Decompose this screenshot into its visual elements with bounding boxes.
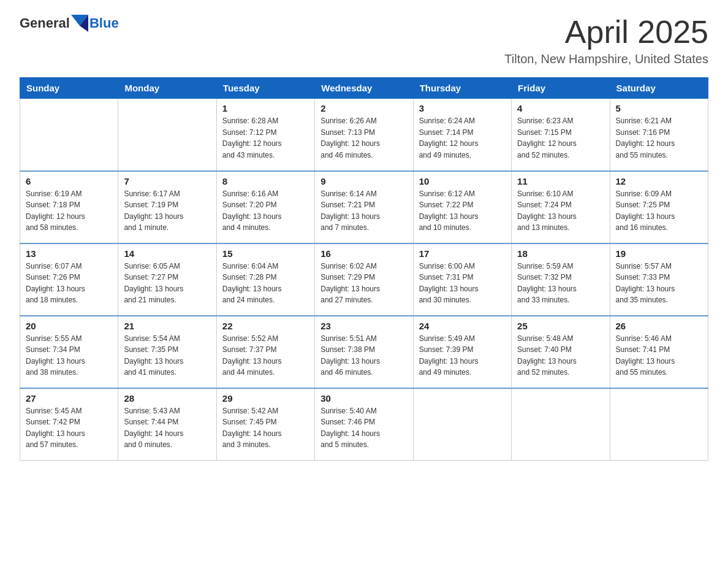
day-info: Sunrise: 6:19 AM Sunset: 7:18 PM Dayligh… [26,190,85,232]
calendar-table: SundayMondayTuesdayWednesdayThursdayFrid… [20,77,708,461]
day-info: Sunrise: 6:26 AM Sunset: 7:13 PM Dayligh… [320,117,380,159]
calendar-day-cell: 18Sunrise: 5:59 AM Sunset: 7:32 PM Dayli… [512,243,610,316]
calendar-day-cell: 2Sunrise: 6:26 AM Sunset: 7:13 PM Daylig… [315,99,413,171]
day-info: Sunrise: 5:55 AM Sunset: 7:34 PM Dayligh… [26,334,85,377]
day-number: 15 [222,248,309,259]
day-number: 4 [517,103,604,113]
day-info: Sunrise: 6:02 AM Sunset: 7:29 PM Dayligh… [320,262,380,305]
calendar-day-cell [610,388,708,461]
day-number: 27 [26,393,112,404]
day-info: Sunrise: 6:16 AM Sunset: 7:20 PM Dayligh… [222,190,282,232]
calendar-day-cell [512,388,610,461]
day-info: Sunrise: 5:45 AM Sunset: 7:42 PM Dayligh… [26,407,85,450]
day-number: 23 [320,321,407,331]
calendar-day-cell: 6Sunrise: 6:19 AM Sunset: 7:18 PM Daylig… [20,171,118,243]
calendar-day-cell: 11Sunrise: 6:10 AM Sunset: 7:24 PM Dayli… [512,171,610,243]
day-number: 21 [124,321,210,331]
calendar-day-cell: 20Sunrise: 5:55 AM Sunset: 7:34 PM Dayli… [20,316,118,388]
day-info: Sunrise: 6:04 AM Sunset: 7:28 PM Dayligh… [222,262,282,305]
day-number: 8 [222,176,309,186]
calendar-day-cell: 16Sunrise: 6:02 AM Sunset: 7:29 PM Dayli… [315,243,413,316]
day-number: 28 [124,393,210,404]
day-number: 19 [616,248,702,259]
calendar-day-cell: 14Sunrise: 6:05 AM Sunset: 7:27 PM Dayli… [118,243,216,316]
calendar-day-cell: 19Sunrise: 5:57 AM Sunset: 7:33 PM Dayli… [610,243,708,316]
calendar-header-row: SundayMondayTuesdayWednesdayThursdayFrid… [20,78,708,99]
day-info: Sunrise: 6:07 AM Sunset: 7:26 PM Dayligh… [26,262,85,305]
day-info: Sunrise: 5:46 AM Sunset: 7:41 PM Dayligh… [616,334,675,377]
day-info: Sunrise: 5:52 AM Sunset: 7:37 PM Dayligh… [222,334,282,377]
logo: General Blue [20,15,119,32]
day-number: 30 [320,393,407,404]
day-info: Sunrise: 5:57 AM Sunset: 7:33 PM Dayligh… [616,262,675,305]
logo-icon [71,15,88,32]
calendar-header-day: Sunday [20,78,118,99]
day-info: Sunrise: 5:51 AM Sunset: 7:38 PM Dayligh… [320,334,380,377]
calendar-week-row: 27Sunrise: 5:45 AM Sunset: 7:42 PM Dayli… [20,388,708,461]
day-info: Sunrise: 5:43 AM Sunset: 7:44 PM Dayligh… [124,407,183,450]
day-number: 24 [419,321,506,331]
calendar-day-cell [118,99,216,171]
day-info: Sunrise: 6:10 AM Sunset: 7:24 PM Dayligh… [517,190,577,232]
calendar-day-cell: 3Sunrise: 6:24 AM Sunset: 7:14 PM Daylig… [413,99,511,171]
calendar-day-cell: 4Sunrise: 6:23 AM Sunset: 7:15 PM Daylig… [512,99,610,171]
calendar-day-cell: 17Sunrise: 6:00 AM Sunset: 7:31 PM Dayli… [413,243,511,316]
calendar-day-cell: 7Sunrise: 6:17 AM Sunset: 7:19 PM Daylig… [118,171,216,243]
calendar-day-cell: 26Sunrise: 5:46 AM Sunset: 7:41 PM Dayli… [610,316,708,388]
calendar-day-cell: 29Sunrise: 5:42 AM Sunset: 7:45 PM Dayli… [216,388,314,461]
day-number: 7 [124,176,210,186]
calendar-day-cell: 13Sunrise: 6:07 AM Sunset: 7:26 PM Dayli… [20,243,118,316]
day-number: 29 [222,393,309,404]
day-number: 9 [320,176,407,186]
page-header: General Blue April 2025 Tilton, New Hamp… [20,15,708,66]
calendar-header-day: Thursday [413,78,511,99]
day-info: Sunrise: 6:24 AM Sunset: 7:14 PM Dayligh… [419,117,479,159]
calendar-day-cell: 28Sunrise: 5:43 AM Sunset: 7:44 PM Dayli… [118,388,216,461]
calendar-day-cell: 1Sunrise: 6:28 AM Sunset: 7:12 PM Daylig… [216,99,314,171]
calendar-header-day: Tuesday [216,78,314,99]
day-number: 16 [320,248,407,259]
day-info: Sunrise: 6:05 AM Sunset: 7:27 PM Dayligh… [124,262,183,305]
calendar-week-row: 13Sunrise: 6:07 AM Sunset: 7:26 PM Dayli… [20,243,708,316]
day-info: Sunrise: 6:23 AM Sunset: 7:15 PM Dayligh… [517,117,577,159]
day-number: 26 [616,321,702,331]
day-info: Sunrise: 6:00 AM Sunset: 7:31 PM Dayligh… [419,262,479,305]
day-info: Sunrise: 5:40 AM Sunset: 7:46 PM Dayligh… [320,407,380,450]
calendar-day-cell: 25Sunrise: 5:48 AM Sunset: 7:40 PM Dayli… [512,316,610,388]
calendar-day-cell: 12Sunrise: 6:09 AM Sunset: 7:25 PM Dayli… [610,171,708,243]
day-number: 10 [419,176,506,186]
calendar-day-cell: 21Sunrise: 5:54 AM Sunset: 7:35 PM Dayli… [118,316,216,388]
calendar-day-cell: 30Sunrise: 5:40 AM Sunset: 7:46 PM Dayli… [315,388,413,461]
day-number: 14 [124,248,210,259]
day-number: 22 [222,321,309,331]
day-info: Sunrise: 6:12 AM Sunset: 7:22 PM Dayligh… [419,190,479,232]
day-number: 18 [517,248,604,259]
day-number: 5 [616,103,702,113]
calendar-day-cell: 15Sunrise: 6:04 AM Sunset: 7:28 PM Dayli… [216,243,314,316]
day-number: 12 [616,176,702,186]
calendar-header-day: Friday [512,78,610,99]
day-number: 11 [517,176,604,186]
day-info: Sunrise: 5:42 AM Sunset: 7:45 PM Dayligh… [222,407,282,450]
calendar-day-cell: 10Sunrise: 6:12 AM Sunset: 7:22 PM Dayli… [413,171,511,243]
calendar-day-cell: 22Sunrise: 5:52 AM Sunset: 7:37 PM Dayli… [216,316,314,388]
calendar-header-day: Wednesday [315,78,413,99]
day-number: 25 [517,321,604,331]
calendar-day-cell [20,99,118,171]
logo-blue-text: Blue [89,15,119,31]
logo-general-text: General [20,15,70,31]
day-info: Sunrise: 6:14 AM Sunset: 7:21 PM Dayligh… [320,190,380,232]
day-info: Sunrise: 6:09 AM Sunset: 7:25 PM Dayligh… [616,190,675,232]
calendar-day-cell: 5Sunrise: 6:21 AM Sunset: 7:16 PM Daylig… [610,99,708,171]
day-info: Sunrise: 6:28 AM Sunset: 7:12 PM Dayligh… [222,117,282,159]
day-info: Sunrise: 5:59 AM Sunset: 7:32 PM Dayligh… [517,262,577,305]
day-number: 3 [419,103,506,113]
day-number: 20 [26,321,112,331]
day-info: Sunrise: 5:54 AM Sunset: 7:35 PM Dayligh… [124,334,183,377]
calendar-header-day: Monday [118,78,216,99]
calendar-day-cell [413,388,511,461]
day-info: Sunrise: 5:49 AM Sunset: 7:39 PM Dayligh… [419,334,479,377]
day-number: 6 [26,176,112,186]
calendar-day-cell: 23Sunrise: 5:51 AM Sunset: 7:38 PM Dayli… [315,316,413,388]
calendar-week-row: 1Sunrise: 6:28 AM Sunset: 7:12 PM Daylig… [20,99,708,171]
